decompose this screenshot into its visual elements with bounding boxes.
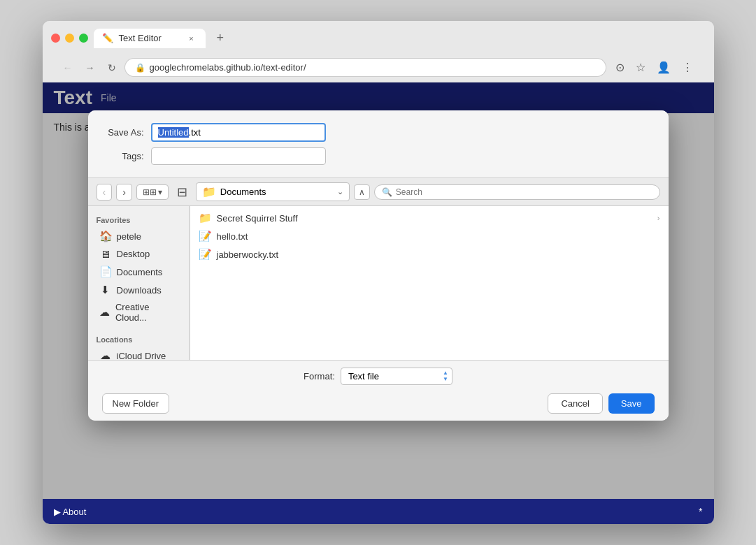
cancel-button[interactable]: Cancel <box>548 393 602 414</box>
tab-row: ✏️ Text Editor × + <box>51 28 706 48</box>
maximize-button[interactable] <box>79 34 88 43</box>
location-label: Documents <box>220 187 266 197</box>
title-bar: ✏️ Text Editor × + ← → ↻ 🔒 googlechromel… <box>43 21 714 82</box>
sidebar-item-desktop-label: Desktop <box>117 249 150 259</box>
sidebar-item-documents[interactable]: 📄 Documents <box>91 263 186 281</box>
location-expand-button[interactable]: ∧ <box>354 184 370 200</box>
text-file-icon: 📝 <box>199 230 211 242</box>
format-row: Format: Text file HTML file Markdown fil… <box>102 368 655 385</box>
reload-button[interactable]: ↻ <box>104 59 120 76</box>
toolbar-forward-button[interactable]: › <box>116 184 132 201</box>
search-input[interactable] <box>396 187 652 197</box>
new-folder-button[interactable]: New Folder <box>102 393 169 414</box>
back-button[interactable]: ← <box>59 59 76 76</box>
sidebar-item-downloads[interactable]: ⬇ Downloads <box>91 281 186 299</box>
cloud-icon: ☁ <box>99 306 110 319</box>
tab-title: Text Editor <box>119 33 162 43</box>
menu-button[interactable]: ⋮ <box>678 58 697 77</box>
dialog-header: Save As: Tags: <box>88 110 669 177</box>
lock-icon: 🔒 <box>135 63 145 73</box>
window-controls <box>51 34 88 43</box>
dialog-overlay: Save As: Tags: ‹ › ⊞⊞ ▾ ⊟ <box>43 82 714 524</box>
dialog-toolbar: ‹ › ⊞⊞ ▾ ⊟ 📁 Documents ⌄ ∧ 🔍 <box>88 177 669 206</box>
save-dialog: Save As: Tags: ‹ › ⊞⊞ ▾ ⊟ <box>88 110 669 421</box>
dialog-body: Favorites 🏠 petele 🖥 Desktop 📄 Documents <box>88 206 669 360</box>
close-button[interactable] <box>51 34 60 43</box>
url-text: googlechromelabs.github.io/text-editor/ <box>150 62 596 73</box>
dialog-footer: Format: Text file HTML file Markdown fil… <box>88 360 669 421</box>
dialog-sidebar: Favorites 🏠 petele 🖥 Desktop 📄 Documents <box>88 206 190 360</box>
filename-input[interactable] <box>151 123 326 142</box>
documents-icon: 📄 <box>99 266 112 278</box>
format-label: Format: <box>304 371 335 382</box>
star-button[interactable]: ☆ <box>632 58 650 77</box>
file-item-jabberwocky[interactable]: 📝 jabberwocky.txt <box>190 245 669 263</box>
sidebar-item-creative-cloud-label: Creative Cloud... <box>115 302 178 323</box>
folder-arrow-icon: › <box>657 214 660 222</box>
home-icon: 🏠 <box>99 230 112 242</box>
tab-icon: ✏️ <box>102 33 113 43</box>
footer-star: * <box>699 506 702 517</box>
account-button[interactable]: ⊙ <box>611 58 629 77</box>
view-grid-icon: ⊞⊞ <box>143 187 157 197</box>
downloads-icon: ⬇ <box>99 284 112 296</box>
sidebar-item-documents-label: Documents <box>117 267 163 277</box>
desktop-icon: 🖥 <box>99 248 112 260</box>
view-dropdown-icon: ▾ <box>158 187 162 197</box>
file-name: Secret Squirrel Stuff <box>217 213 298 224</box>
save-as-row: Save As: <box>102 123 655 142</box>
address-bar[interactable]: 🔒 googlechromelabs.github.io/text-editor… <box>125 59 606 76</box>
forward-button[interactable]: → <box>82 59 99 76</box>
page-content: Text File This is a n Save As: Tags: <box>43 82 714 524</box>
sidebar-item-icloud[interactable]: ☁ iCloud Drive <box>91 347 186 365</box>
page-footer: ▶ About * <box>43 499 714 524</box>
browser-tab[interactable]: ✏️ Text Editor × <box>94 29 206 48</box>
tags-label: Tags: <box>102 151 151 161</box>
new-tab-button[interactable]: + <box>211 28 230 48</box>
file-name: hello.txt <box>217 231 248 242</box>
dialog-right-buttons: Cancel Save <box>548 393 654 414</box>
sidebar-item-petele-label: petele <box>117 231 141 242</box>
file-item-secret-squirrel[interactable]: 📁 Secret Squirrel Stuff › <box>190 209 669 227</box>
tags-row: Tags: <box>102 147 655 165</box>
sidebar-item-icloud-label: iCloud Drive <box>117 351 166 361</box>
sidebar-item-desktop[interactable]: 🖥 Desktop <box>91 245 186 263</box>
tags-input[interactable] <box>151 147 326 165</box>
location-dropdown-arrow: ⌄ <box>337 187 343 196</box>
search-icon: 🔍 <box>382 187 392 197</box>
favorites-label: Favorites <box>88 213 189 227</box>
save-button[interactable]: Save <box>608 393 655 414</box>
file-name: jabberwocky.txt <box>217 249 279 260</box>
sidebar-item-petele[interactable]: 🏠 petele <box>91 227 186 245</box>
about-toggle[interactable]: ▶ About <box>54 507 87 517</box>
sidebar-item-creative-cloud[interactable]: ☁ Creative Cloud... <box>91 299 186 326</box>
toolbar-back-button[interactable]: ‹ <box>97 184 113 201</box>
icloud-icon: ☁ <box>99 349 112 362</box>
tab-close-button[interactable]: × <box>186 33 197 44</box>
format-select[interactable]: Text file HTML file Markdown file <box>341 368 452 385</box>
location-folder-icon: 📁 <box>202 185 216 198</box>
address-row: ← → ↻ 🔒 googlechromelabs.github.io/text-… <box>51 54 706 82</box>
folder-icon: 📁 <box>199 212 211 224</box>
profile-button[interactable]: 👤 <box>652 58 675 77</box>
minimize-button[interactable] <box>65 34 74 43</box>
location-dropdown[interactable]: 📁 Documents ⌄ <box>196 182 350 201</box>
new-folder-toolbar-button[interactable]: ⊟ <box>173 183 192 201</box>
view-mode-button[interactable]: ⊞⊞ ▾ <box>136 184 169 200</box>
dialog-buttons: New Folder Cancel Save <box>102 393 655 414</box>
browser-actions: ⊙ ☆ 👤 ⋮ <box>611 58 697 77</box>
file-list: 📁 Secret Squirrel Stuff › 📝 hello.txt 📝 … <box>190 206 669 360</box>
search-wrapper: 🔍 <box>374 184 660 200</box>
locations-label: Locations <box>88 333 189 347</box>
sidebar-item-downloads-label: Downloads <box>117 285 162 296</box>
text-file-icon-2: 📝 <box>199 248 211 261</box>
format-select-wrapper: Text file HTML file Markdown file ▲ ▼ <box>341 368 452 385</box>
file-item-hello[interactable]: 📝 hello.txt <box>190 227 669 245</box>
browser-window: ✏️ Text Editor × + ← → ↻ 🔒 googlechromel… <box>43 21 714 524</box>
save-as-label: Save As: <box>102 127 151 138</box>
